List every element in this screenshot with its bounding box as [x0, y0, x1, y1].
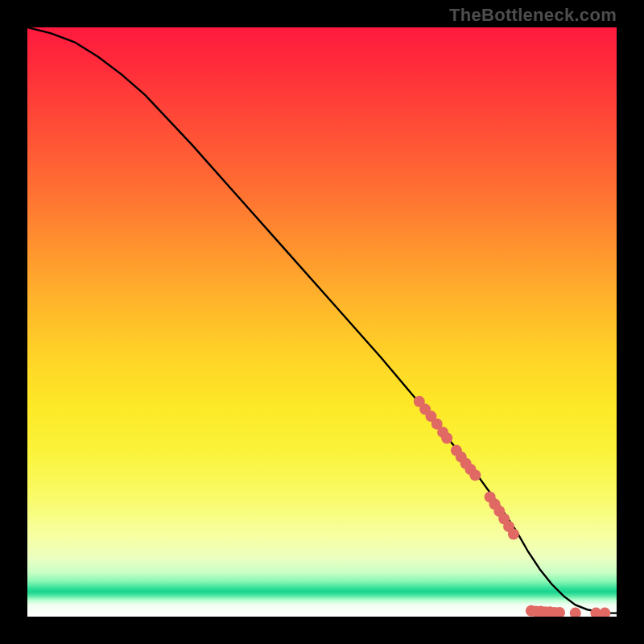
- data-marker: [469, 469, 481, 481]
- curve-line: [27, 27, 617, 613]
- plot-area: [27, 27, 617, 617]
- chart-svg: [27, 27, 617, 617]
- watermark-text: TheBottleneck.com: [449, 5, 617, 26]
- data-marker: [508, 529, 519, 540]
- marker-layer: [414, 396, 611, 617]
- chart-stage: TheBottleneck.com: [0, 0, 644, 644]
- data-marker: [441, 432, 452, 444]
- data-marker: [570, 608, 581, 617]
- data-marker: [599, 608, 610, 617]
